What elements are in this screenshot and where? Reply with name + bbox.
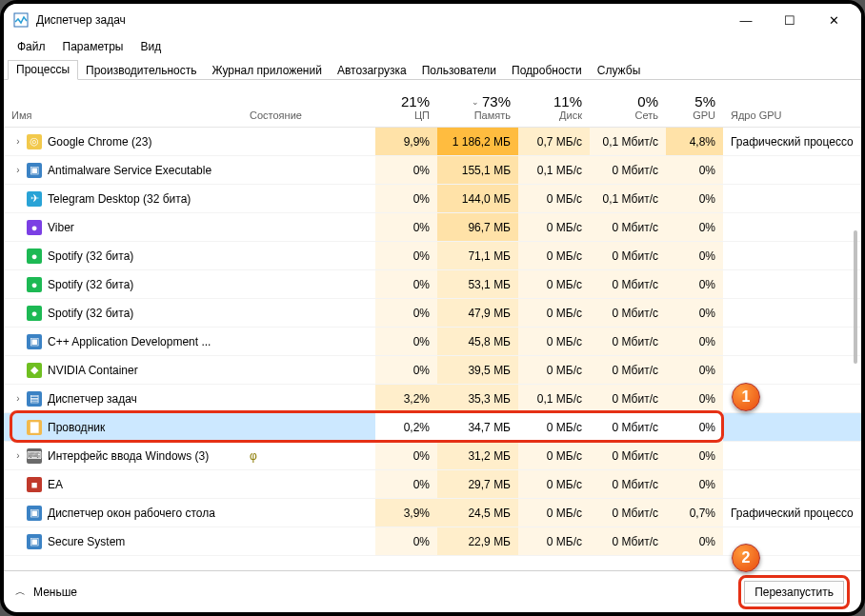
network-cell: 0 Мбит/с <box>590 242 666 269</box>
task-manager-window: Диспетчер задач ― ☐ ✕ Файл Параметры Вид… <box>0 0 865 616</box>
tab-startup[interactable]: Автозагрузка <box>330 62 414 80</box>
process-name-cell: ▣Secure System <box>4 527 242 555</box>
col-network[interactable]: 0%Сеть <box>590 80 666 127</box>
col-gpu[interactable]: 5%GPU <box>666 80 723 127</box>
fewer-details-button[interactable]: ︿ Меньше <box>15 585 77 599</box>
tab-users[interactable]: Пользователи <box>414 62 504 80</box>
process-name: Интерфейс ввода Windows (3) <box>48 449 209 463</box>
cpu-cell: 3,2% <box>375 385 437 412</box>
process-row[interactable]: ●Viber0%96,7 МБ0 МБ/с0 Мбит/с0% <box>4 213 861 242</box>
process-row[interactable]: ▣C++ Application Development ...0%45,8 М… <box>4 328 861 356</box>
menu-options[interactable]: Параметры <box>55 39 131 54</box>
process-name-cell: ●Spotify (32 бита) <box>4 242 242 269</box>
cpu-cell: 0,2% <box>375 413 437 441</box>
expand-icon[interactable]: › <box>11 136 25 147</box>
process-name: Secure System <box>48 535 125 548</box>
process-row[interactable]: ›◎Google Chrome (23)9,9%1 186,2 МБ0,7 МБ… <box>4 128 861 156</box>
col-gpu-engine[interactable]: Ядро GPU <box>723 80 861 127</box>
process-name-cell: ●Viber <box>4 213 242 241</box>
process-row[interactable]: ◆NVIDIA Container0%39,5 МБ0 МБ/с0 Мбит/с… <box>4 356 861 385</box>
process-row[interactable]: ▇Проводник0,2%34,7 МБ0 МБ/с0 Мбит/с0% <box>4 413 861 442</box>
col-state[interactable]: Состояние <box>242 80 375 127</box>
menu-view[interactable]: Вид <box>132 39 169 54</box>
gpu-cell: 0% <box>666 242 723 269</box>
cpu-cell: 0% <box>375 299 437 327</box>
tab-services[interactable]: Службы <box>590 62 648 80</box>
gpu-engine-cell <box>723 270 861 298</box>
process-row[interactable]: ■EA0%29,7 МБ0 МБ/с0 Мбит/с0% <box>4 470 861 499</box>
expand-icon[interactable]: › <box>11 393 25 404</box>
gpu-cell: 0% <box>666 356 723 384</box>
maximize-button[interactable]: ☐ <box>768 4 812 36</box>
restart-button[interactable]: Перезапустить <box>744 581 844 604</box>
process-row[interactable]: ●Spotify (32 бита)0%71,1 МБ0 МБ/с0 Мбит/… <box>4 242 861 270</box>
process-name-cell: ●Spotify (32 бита) <box>4 270 242 298</box>
process-state <box>242 470 375 498</box>
col-memory[interactable]: ⌄73%Память <box>437 80 518 127</box>
memory-cell: 53,1 МБ <box>437 270 518 298</box>
tab-app-history[interactable]: Журнал приложений <box>205 62 330 80</box>
scrollbar[interactable] <box>854 230 857 364</box>
expand-icon[interactable]: › <box>11 450 25 461</box>
cpu-cell: 0% <box>375 527 437 555</box>
minimize-button[interactable]: ― <box>724 4 768 36</box>
close-button[interactable]: ✕ <box>812 4 855 36</box>
memory-cell: 71,1 МБ <box>437 242 518 269</box>
process-state <box>242 385 375 412</box>
cpu-cell: 0% <box>375 213 437 241</box>
process-name-cell: ›▤Диспетчер задач <box>4 385 242 412</box>
memory-cell: 1 186,2 МБ <box>437 128 518 155</box>
network-cell: 0 Мбит/с <box>590 356 666 384</box>
process-list[interactable]: ›◎Google Chrome (23)9,9%1 186,2 МБ0,7 МБ… <box>4 128 861 570</box>
process-name-cell: ✈Telegram Desktop (32 бита) <box>4 185 242 212</box>
tab-performance[interactable]: Производительность <box>78 62 204 80</box>
menu-file[interactable]: Файл <box>10 39 53 54</box>
process-name-cell: ●Spotify (32 бита) <box>4 299 242 327</box>
process-state <box>242 328 375 355</box>
expand-icon[interactable]: › <box>11 165 25 175</box>
network-cell: 0 Мбит/с <box>590 527 666 555</box>
process-icon: ⌨ <box>27 448 42 464</box>
col-cpu[interactable]: 21%ЦП <box>375 80 437 127</box>
col-disk[interactable]: 11%Диск <box>518 80 590 127</box>
gpu-cell: 0% <box>666 185 723 212</box>
gpu-cell: 0% <box>666 213 723 241</box>
gpu-cell: 0% <box>666 470 723 498</box>
gpu-cell: 4,8% <box>666 128 723 155</box>
titlebar[interactable]: Диспетчер задач ― ☐ ✕ <box>4 4 861 36</box>
memory-cell: 24,5 МБ <box>437 499 518 527</box>
memory-cell: 155,1 МБ <box>437 156 518 184</box>
process-row[interactable]: ›⌨Интерфейс ввода Windows (3)φ0%31,2 МБ0… <box>4 442 861 470</box>
process-row[interactable]: ›▣Antimalware Service Executable0%155,1 … <box>4 156 861 185</box>
process-name: Диспетчер окон рабочего стола <box>48 507 215 520</box>
disk-cell: 0 МБ/с <box>518 270 590 298</box>
process-icon: ● <box>27 248 42 264</box>
gpu-engine-cell: Графический процессо <box>723 499 861 527</box>
process-name: Spotify (32 бита) <box>48 278 133 291</box>
disk-cell: 0 МБ/с <box>518 470 590 498</box>
network-cell: 0 Мбит/с <box>590 413 666 441</box>
process-row[interactable]: ●Spotify (32 бита)0%53,1 МБ0 МБ/с0 Мбит/… <box>4 270 861 299</box>
col-name[interactable]: Имя <box>4 80 242 127</box>
process-name-cell: ▇Проводник <box>4 413 242 441</box>
process-state <box>242 356 375 384</box>
process-name: Antimalware Service Executable <box>48 164 211 177</box>
process-name: Spotify (32 бита) <box>48 249 133 263</box>
disk-cell: 0 МБ/с <box>518 442 590 469</box>
process-name: Viber <box>48 221 74 234</box>
process-row[interactable]: ✈Telegram Desktop (32 бита)0%144,0 МБ0 М… <box>4 185 861 213</box>
gpu-engine-cell <box>723 413 861 441</box>
memory-cell: 35,3 МБ <box>437 385 518 412</box>
disk-cell: 0 МБ/с <box>518 527 590 555</box>
sort-desc-icon: ⌄ <box>472 97 479 107</box>
process-name-cell: ▣Диспетчер окон рабочего стола <box>4 499 242 527</box>
process-row[interactable]: ▣Диспетчер окон рабочего стола3,9%24,5 М… <box>4 499 861 527</box>
cpu-cell: 0% <box>375 356 437 384</box>
gpu-engine-cell <box>723 328 861 355</box>
tab-details[interactable]: Подробности <box>504 62 590 80</box>
tab-processes[interactable]: Процессы <box>8 60 78 80</box>
memory-cell: 96,7 МБ <box>437 213 518 241</box>
process-name: Telegram Desktop (32 бита) <box>48 192 191 206</box>
process-row[interactable]: ●Spotify (32 бита)0%47,9 МБ0 МБ/с0 Мбит/… <box>4 299 861 328</box>
memory-cell: 34,7 МБ <box>437 413 518 441</box>
